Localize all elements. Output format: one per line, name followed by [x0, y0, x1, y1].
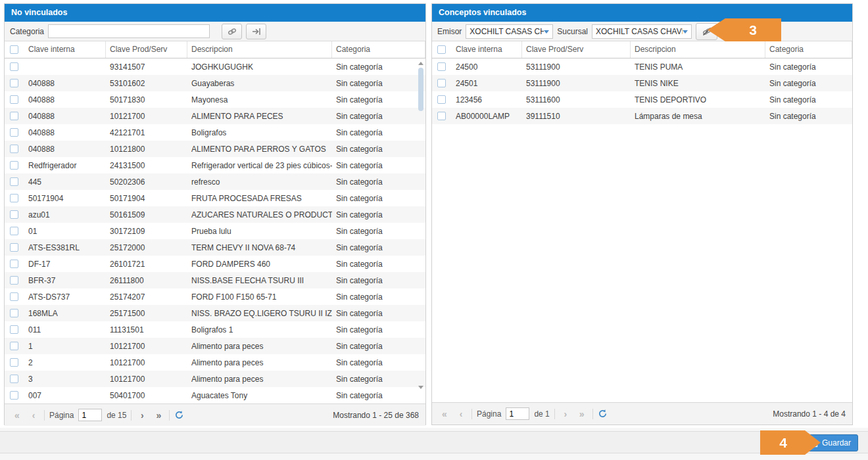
page-input[interactable]	[506, 407, 529, 420]
row-checkbox-cell	[5, 358, 24, 367]
panel-title: No vinculados	[5, 4, 425, 22]
pagination-bar: « ‹ Página de 15 › » Mostrando 1 - 25 de…	[5, 403, 425, 426]
table-row[interactable]: Redfrigerador 24131500 Refrigerador vert…	[5, 157, 425, 173]
last-page-button[interactable]: »	[153, 410, 164, 421]
row-checkbox[interactable]	[10, 292, 18, 301]
row-checkbox-cell	[5, 391, 24, 400]
cell-descripcion: Guayaberas	[187, 79, 332, 88]
row-checkbox[interactable]	[10, 194, 18, 202]
assign-button[interactable]	[246, 24, 266, 39]
cell-categoria: Sin categoría	[332, 95, 425, 104]
first-page-button[interactable]: «	[11, 410, 23, 421]
cell-clave-prod-serv: 10121700	[106, 358, 187, 367]
table-row[interactable]: 2 10121700 Alimento para peces Sin categ…	[5, 354, 425, 371]
table-row[interactable]: 040888 10121700 ALIMENTO PARA PECES Sin …	[5, 108, 425, 124]
cell-clave-prod-serv: 10121700	[106, 112, 187, 121]
table-row[interactable]: 24500 53111900 TENIS PUMA Sin categoría	[432, 58, 852, 75]
row-checkbox[interactable]	[10, 276, 18, 285]
row-checkbox[interactable]	[10, 309, 18, 317]
row-checkbox[interactable]	[10, 342, 18, 350]
category-input[interactable]	[48, 24, 210, 38]
refresh-button[interactable]	[598, 409, 608, 419]
column-header-descripcion[interactable]: Descripcion	[631, 41, 765, 58]
page-input[interactable]	[78, 409, 102, 421]
row-checkbox[interactable]	[10, 161, 18, 170]
row-checkbox[interactable]	[10, 79, 18, 87]
cell-categoria: Sin categoría	[332, 292, 425, 302]
cell-clave-interna: 24500	[452, 62, 522, 72]
table-row[interactable]: azu01 50161509 AZUCARES NATURALES O PROD…	[5, 206, 425, 223]
row-checkbox[interactable]	[10, 210, 18, 219]
row-checkbox[interactable]	[10, 243, 18, 252]
cell-clave-prod-serv: 93141507	[106, 62, 187, 72]
table-row[interactable]: 123456 53111600 TENIS DEPORTIVO Sin cate…	[432, 91, 852, 108]
column-header-categoria[interactable]: Categoria	[765, 41, 852, 58]
link-category-button[interactable]	[222, 24, 242, 39]
column-header-clave-prod-serv[interactable]: Clave Prod/Serv	[522, 41, 631, 58]
row-checkbox-cell	[5, 375, 24, 383]
table-row[interactable]: 1 10121700 Alimento para peces Sin categ…	[5, 338, 425, 354]
table-row[interactable]: ATS-DS737 25174207 FORD F100 F150 65-71 …	[5, 288, 425, 305]
table-row[interactable]: 040888 53101602 Guayaberas Sin categoría	[5, 75, 425, 91]
table-row[interactable]: 040888 10121800 ALIMENTO PARA PERROS Y G…	[5, 141, 425, 157]
column-header-descripcion[interactable]: Descripcion	[187, 41, 332, 58]
row-checkbox[interactable]	[10, 358, 18, 367]
row-checkbox-cell	[5, 194, 24, 202]
row-checkbox[interactable]	[10, 325, 18, 334]
table-row[interactable]: 50171904 50171904 FRUTA PROCESADA FRESAS…	[5, 190, 425, 206]
row-checkbox[interactable]	[10, 145, 18, 153]
chevron-down-icon[interactable]	[418, 386, 423, 389]
column-header-clave-interna[interactable]: Clave interna	[452, 41, 522, 58]
next-page-button[interactable]: ›	[136, 410, 148, 421]
category-label: Categoria	[10, 27, 44, 36]
row-checkbox[interactable]	[10, 128, 18, 137]
cell-clave-interna: BFR-37	[24, 276, 106, 285]
next-page-button[interactable]: ›	[560, 409, 571, 419]
table-row[interactable]: 445 50202306 refresco Sin categoría	[5, 173, 425, 190]
row-checkbox-cell	[5, 62, 24, 71]
table-row[interactable]: ATS-ES381RL 25172000 TERM CHEVY II NOVA …	[5, 239, 425, 256]
vertical-scrollbar[interactable]	[418, 60, 424, 402]
prev-page-button[interactable]: ‹	[28, 410, 39, 421]
refresh-button[interactable]	[174, 410, 184, 420]
cell-clave-prod-serv: 50401700	[106, 391, 187, 400]
table-row[interactable]: 040888 42121701 Boligrafos Sin categoría	[5, 124, 425, 141]
cell-descripcion: FRUTA PROCESADA FRESAS	[187, 194, 332, 203]
row-checkbox[interactable]	[10, 112, 18, 120]
row-checkbox[interactable]	[10, 177, 18, 186]
table-row[interactable]: BFR-37 26111800 NISS.BASE FLECHA TSURU I…	[5, 272, 425, 288]
row-checkbox[interactable]	[437, 95, 446, 104]
table-row[interactable]: 040888 50171830 Mayonesa Sin categoría	[5, 91, 425, 108]
table-row[interactable]: 93141507 JOGHKUGUGHK Sin categoría	[5, 58, 425, 75]
last-page-button[interactable]: »	[576, 409, 588, 419]
chevron-up-icon[interactable]	[418, 62, 423, 65]
table-row[interactable]: DF-17 26101721 FORD DAMPERS 460 Sin cate…	[5, 256, 425, 272]
row-checkbox[interactable]	[10, 95, 18, 104]
row-checkbox[interactable]	[10, 375, 18, 383]
table-row[interactable]: 01 30172109 Prueba lulu Sin categoría	[5, 223, 425, 239]
row-checkbox[interactable]	[10, 227, 18, 235]
table-row[interactable]: 3 10121700 Alimento para peces Sin categ…	[5, 371, 425, 387]
table-row[interactable]: 168MLA 25171500 NISS. BRAZO EQ.LIGERO TS…	[5, 305, 425, 321]
column-header-clave-interna[interactable]: Clave interna	[24, 41, 106, 58]
first-page-button[interactable]: «	[439, 409, 450, 419]
prev-page-button[interactable]: ‹	[455, 409, 467, 419]
row-checkbox[interactable]	[10, 391, 18, 400]
select-all-checkbox[interactable]	[10, 45, 18, 54]
table-row[interactable]: 007 50401700 Aguacates Tony Sin categorí…	[5, 387, 425, 403]
row-checkbox[interactable]	[437, 79, 446, 87]
table-row[interactable]: 011 11131501 Boligrafos 1 Sin categoría	[5, 321, 425, 338]
cell-clave-prod-serv: 25172000	[106, 243, 187, 252]
row-checkbox[interactable]	[437, 112, 446, 120]
row-checkbox[interactable]	[10, 260, 18, 268]
emisor-select[interactable]: XOCHILT CASAS CHA	[466, 24, 553, 39]
column-header-categoria[interactable]: Categoria	[332, 41, 425, 58]
sucursal-select[interactable]: XOCHILT CASAS CHAVEZ	[592, 24, 692, 39]
scrollbar-thumb[interactable]	[418, 68, 423, 111]
table-row[interactable]: AB00000LAMP 39111510 Lámparas de mesa Si…	[432, 108, 852, 124]
table-row[interactable]: 24501 53111900 TENIS NIKE Sin categoría	[432, 75, 852, 91]
select-all-checkbox[interactable]	[437, 45, 446, 54]
row-checkbox[interactable]	[10, 62, 18, 71]
row-checkbox[interactable]	[437, 62, 446, 71]
column-header-clave-prod-serv[interactable]: Clave Prod/Serv	[106, 41, 187, 58]
